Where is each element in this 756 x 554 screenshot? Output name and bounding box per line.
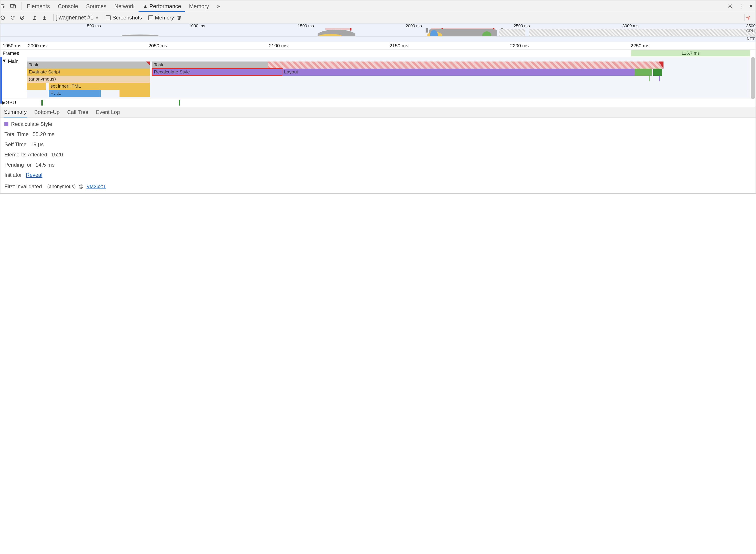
record-icon[interactable] — [0, 15, 10, 20]
svg-rect-2 — [13, 5, 15, 8]
reload-icon[interactable] — [10, 15, 20, 20]
clear-icon[interactable] — [20, 15, 30, 20]
checkbox-box — [106, 15, 111, 20]
first-invalidated-fn: (anonymous) — [47, 184, 75, 189]
tab-summary[interactable]: Summary — [4, 107, 27, 117]
frames-track[interactable]: Frames 116.7 ms — [0, 50, 756, 57]
close-icon[interactable]: ✕ — [746, 3, 756, 9]
cpu-overview — [0, 28, 756, 36]
self-time-value: 19 µs — [31, 142, 44, 148]
overview-tick: 2500 ms — [514, 23, 530, 28]
separator — [31, 14, 31, 21]
details-tabbar: Summary Bottom-Up Call Tree Event Log — [0, 107, 756, 117]
memory-checkbox[interactable]: Memory — [148, 15, 174, 21]
timeline-ruler: 1950 ms 2000 ms 2050 ms 2100 ms 2150 ms … — [0, 42, 756, 50]
color-swatch — [4, 122, 8, 126]
trash-icon[interactable] — [177, 15, 187, 20]
flamechart-area[interactable]: Task Task Evaluate Script Recalculate St… — [27, 57, 750, 98]
warning-icon: ▲ — [143, 3, 148, 9]
main-label[interactable]: ▼ Main — [0, 57, 27, 98]
parse-html-block[interactable]: P…L — [49, 90, 101, 97]
tab-console[interactable]: Console — [54, 0, 82, 12]
tab-sources[interactable]: Sources — [82, 0, 110, 12]
svg-line-6 — [21, 16, 23, 19]
checkbox-box — [148, 15, 153, 20]
tab-performance[interactable]: ▲Performance — [139, 0, 185, 12]
capture-settings-icon[interactable] — [746, 15, 756, 20]
chevron-down-icon: ▾ — [96, 14, 99, 21]
frame-block[interactable]: 116.7 ms — [631, 50, 750, 56]
svg-point-7 — [748, 17, 749, 18]
initiator-label: Initiator — [4, 172, 22, 178]
tab-bottom-up[interactable]: Bottom-Up — [34, 107, 60, 117]
svg-point-4 — [1, 16, 4, 19]
separator — [53, 14, 54, 21]
gpu-track[interactable]: ▶ GPU — [0, 99, 756, 107]
gear-icon[interactable] — [728, 4, 737, 9]
long-task-block[interactable] — [268, 61, 663, 69]
self-time-label: Self Time — [4, 142, 26, 148]
gpu-label[interactable]: ▶ GPU — [0, 99, 27, 107]
device-toolbar-icon[interactable] — [10, 4, 20, 8]
main-track[interactable]: ▼ Main Task Task Evaluate Script Recalcu… — [0, 57, 756, 99]
timeline-overview[interactable]: 500 ms 1000 ms 1500 ms 2000 ms 2500 ms 3… — [0, 23, 756, 42]
frames-label: Frames — [0, 50, 27, 57]
inspect-element-icon[interactable] — [0, 4, 10, 9]
tab-memory[interactable]: Memory — [185, 0, 213, 12]
overview-tick: 1000 ms — [189, 23, 205, 28]
composite-block[interactable] — [653, 69, 662, 76]
tab-call-tree[interactable]: Call Tree — [67, 107, 89, 117]
script-block[interactable] — [27, 83, 46, 90]
total-time-value: 55.20 ms — [33, 131, 54, 137]
first-invalidated-source-link[interactable]: VM262:1 — [87, 184, 106, 189]
summary-panel: Recalculate Style Total Time55.20 ms Sel… — [0, 117, 756, 193]
tiny-block[interactable] — [649, 76, 650, 81]
ruler-tick: 2050 ms — [148, 43, 268, 49]
task-block[interactable]: Task — [152, 61, 268, 69]
separator — [744, 14, 745, 21]
pending-for-label: Pending for — [4, 162, 32, 168]
performance-toolbar: jlwagner.net #1 ▾ Screenshots Memory — [0, 12, 756, 23]
frame-duration: 116.7 ms — [682, 51, 700, 56]
scrollbar-thumb[interactable] — [751, 57, 755, 99]
recalculate-style-block[interactable]: Recalculate Style — [152, 69, 282, 76]
script-block[interactable] — [119, 90, 150, 97]
paint-block[interactable] — [635, 69, 652, 76]
overview-tick: 3500 — [746, 23, 756, 28]
net-label: NET — [747, 37, 755, 41]
tab-elements[interactable]: Elements — [23, 0, 54, 12]
tab-performance-label: Performance — [149, 3, 181, 9]
first-invalidated-label: First Invalidated — [4, 183, 42, 189]
tab-event-log[interactable]: Event Log — [95, 107, 120, 117]
gpu-tick[interactable] — [41, 100, 43, 106]
svg-point-3 — [730, 5, 731, 7]
download-icon[interactable] — [42, 15, 52, 20]
at-symbol: @ — [78, 184, 84, 189]
tiny-block[interactable] — [659, 76, 660, 81]
screenshots-checkbox[interactable]: Screenshots — [106, 15, 142, 21]
overview-tick: 2000 ms — [406, 23, 422, 28]
pending-for-value: 14.5 ms — [36, 162, 54, 168]
task-block[interactable]: Task — [27, 61, 150, 69]
recording-dropdown-label: jlwagner.net #1 — [56, 14, 93, 21]
recording-dropdown[interactable]: jlwagner.net #1 ▾ — [55, 14, 100, 21]
initiator-reveal-link[interactable]: Reveal — [26, 172, 43, 178]
kebab-icon[interactable]: ⋮ — [737, 3, 746, 9]
warning-triangle-icon — [146, 61, 150, 65]
layout-block[interactable]: Layout — [282, 69, 635, 76]
warning-triangle-icon — [659, 61, 663, 69]
focus-bar — [0, 57, 2, 104]
overview-tick: 3000 ms — [622, 23, 639, 28]
separator — [21, 2, 21, 10]
ruler-tick: 2200 ms — [509, 43, 630, 49]
overview-tick: 1500 ms — [298, 23, 314, 28]
tab-more[interactable]: » — [213, 0, 224, 12]
upload-icon[interactable] — [33, 15, 42, 20]
gpu-tick[interactable] — [179, 100, 180, 106]
overview-tick: 500 ms — [87, 23, 101, 28]
tab-network[interactable]: Network — [110, 0, 139, 12]
ruler-start: 1950 ms — [0, 43, 27, 49]
anonymous-block[interactable]: (anonymous) — [27, 76, 150, 83]
set-innerhtml-block[interactable]: set innerHTML — [49, 83, 150, 90]
evaluate-script-block[interactable]: Evaluate Script — [27, 69, 150, 76]
